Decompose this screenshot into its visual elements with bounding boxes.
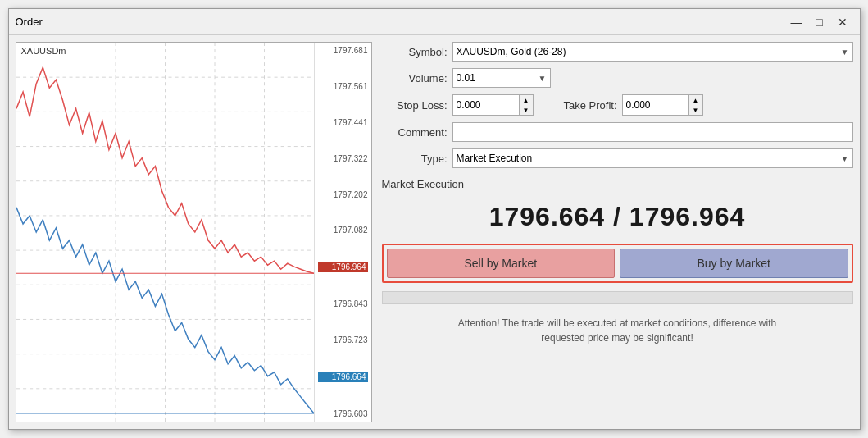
price-level-4: 1797.202 (318, 190, 368, 199)
volume-label: Volume: (382, 72, 448, 84)
bid-price: 1796.664 (489, 202, 605, 231)
chart-svg (16, 43, 314, 422)
buy-button[interactable]: Buy by Market (620, 249, 848, 278)
type-value: Market Execution (457, 153, 533, 164)
attention-line2: requested price may be significant! (541, 332, 693, 344)
price-level-5: 1797.082 (318, 226, 368, 235)
chart-inner: 1797.681 1797.561 1797.441 1797.322 1797… (16, 43, 371, 422)
price-level-3: 1797.322 (318, 154, 368, 163)
content-area: XAUUSDm (9, 35, 860, 429)
comment-row: Comment: (382, 122, 853, 142)
type-select[interactable]: Market Execution ▼ (452, 148, 853, 168)
stop-loss-spinners: ▲ ▼ (519, 95, 533, 115)
window-controls: — □ ✕ (786, 13, 853, 31)
price-level-7: 1796.843 (318, 299, 368, 308)
type-label: Type: (382, 153, 448, 165)
ask-price: 1796.964 (629, 202, 745, 231)
close-button[interactable]: ✕ (832, 13, 853, 31)
take-profit-up[interactable]: ▲ (689, 95, 702, 105)
price-separator: / (605, 202, 629, 231)
chart-symbol-label: XAUUSDm (21, 46, 66, 56)
price-level-blue: 1796.664 (318, 372, 368, 382)
symbol-row: Symbol: XAUUSDm, Gold (26-28) ▼ (382, 42, 853, 62)
type-dropdown-arrow: ▼ (841, 154, 849, 163)
order-window: Order — □ ✕ XAUUSDm (8, 8, 861, 430)
progress-bar (382, 291, 853, 304)
volume-value: 0.01 (457, 72, 475, 84)
stoploss-row: Stop Loss: ▲ ▼ Take Profit: ▲ ▼ (382, 94, 853, 116)
price-display: 1796.664 / 1796.964 (382, 202, 853, 232)
sell-button[interactable]: Sell by Market (387, 249, 616, 278)
price-level-red: 1796.964 (318, 262, 368, 272)
action-buttons-container: Sell by Market Buy by Market (382, 244, 853, 283)
volume-row: Volume: 0.01 ▼ (382, 68, 853, 88)
take-profit-field[interactable] (623, 95, 688, 115)
volume-dropdown-arrow: ▼ (539, 74, 547, 83)
stop-loss-label: Stop Loss: (382, 99, 448, 112)
stop-loss-field[interactable] (453, 95, 519, 115)
comment-field[interactable] (452, 122, 853, 142)
volume-select[interactable]: 0.01 ▼ (452, 68, 551, 88)
price-level-10: 1796.603 (318, 409, 368, 418)
symbol-dropdown-arrow: ▼ (841, 48, 849, 57)
minimize-button[interactable]: — (786, 13, 807, 31)
right-panel: Symbol: XAUUSDm, Gold (26-28) ▼ Volume: … (382, 42, 853, 422)
price-level-0: 1797.681 (318, 46, 368, 55)
take-profit-down[interactable]: ▼ (689, 105, 702, 115)
comment-label: Comment: (382, 126, 448, 139)
market-execution-label: Market Execution (382, 178, 853, 190)
symbol-label: Symbol: (382, 46, 448, 58)
price-level-8: 1796.723 (318, 335, 368, 344)
maximize-button[interactable]: □ (809, 13, 830, 31)
type-row: Type: Market Execution ▼ (382, 148, 853, 168)
stop-loss-up[interactable]: ▲ (520, 95, 533, 105)
stop-loss-down[interactable]: ▼ (520, 105, 533, 115)
chart-panel: XAUUSDm (16, 42, 372, 422)
symbol-value: XAUUSDm, Gold (26-28) (457, 46, 566, 57)
symbol-select[interactable]: XAUUSDm, Gold (26-28) ▼ (452, 42, 853, 62)
title-bar: Order — □ ✕ (9, 9, 860, 35)
price-axis: 1797.681 1797.561 1797.441 1797.322 1797… (314, 43, 371, 422)
window-title: Order (16, 16, 786, 28)
price-level-1: 1797.561 (318, 82, 368, 91)
attention-line1: Attention! The trade will be executed at… (458, 317, 776, 329)
attention-text: Attention! The trade will be executed at… (382, 316, 853, 345)
price-level-2: 1797.441 (318, 118, 368, 127)
stop-loss-input[interactable]: ▲ ▼ (452, 94, 534, 116)
take-profit-input[interactable]: ▲ ▼ (622, 94, 703, 116)
take-profit-label: Take Profit: (552, 99, 617, 112)
take-profit-spinners: ▲ ▼ (688, 95, 702, 115)
chart-svg-area (16, 43, 314, 422)
